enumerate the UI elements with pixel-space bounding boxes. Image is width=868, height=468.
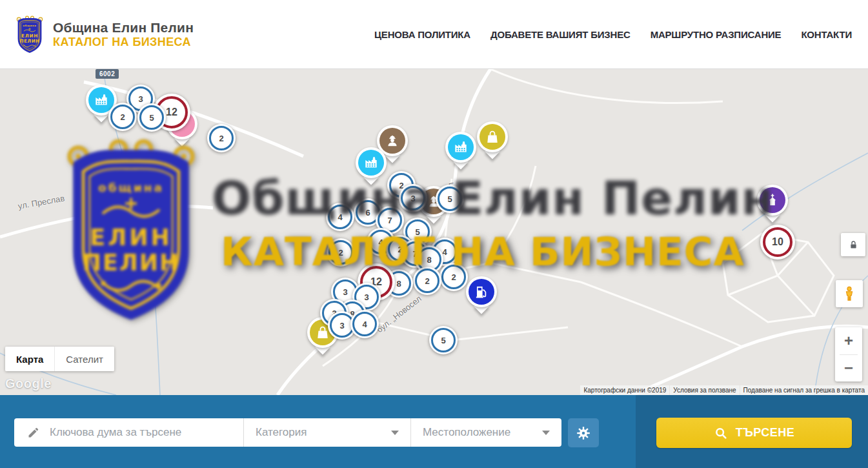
svg-text:община: община [23, 24, 37, 27]
cluster-marker[interactable]: 5 [137, 103, 166, 132]
cluster-marker[interactable]: 2 [108, 103, 137, 131]
cluster-marker[interactable]: 2 [207, 124, 236, 152]
page: 6002 ул. Преславбул. „Новоселции 3122522… [0, 0, 868, 468]
zoom-out-button[interactable]: − [835, 355, 862, 382]
logo[interactable]: община ЕЛИН ПЕЛИН Община Елин Пелин КАТА… [14, 15, 194, 54]
lock-icon [848, 239, 859, 250]
map-type-satellite-button[interactable]: Сателит [54, 347, 114, 371]
search-fields: Категория Местоположение [14, 418, 561, 447]
search-bar: Категория Местоположение ТЪРСЕНЕ [0, 395, 868, 468]
search-submit-button[interactable]: ТЪРСЕНЕ [656, 418, 852, 448]
cluster-marker[interactable]: 2 [439, 263, 468, 291]
keyword-section [14, 418, 243, 447]
factory-icon [358, 150, 384, 176]
cluster-marker[interactable]: 5 [436, 185, 464, 213]
map-type-map-button[interactable]: Карта [5, 347, 54, 371]
gear-icon [576, 425, 591, 441]
street-view-pegman[interactable] [836, 280, 863, 307]
cluster-marker[interactable]: 2 [413, 267, 441, 295]
church-pin[interactable] [757, 185, 788, 225]
google-logo[interactable]: Google [5, 376, 52, 391]
map-markers: 312252235647542274822812338334510 [0, 69, 868, 395]
pencil-icon [27, 426, 40, 439]
map-canvas[interactable]: 6002 ул. Преславбул. „Новоселции 3122522… [0, 69, 868, 395]
logo-shield: община ЕЛИН ПЕЛИН [14, 15, 45, 54]
zoom-in-button[interactable]: + [835, 327, 862, 354]
cluster-marker[interactable]: 4 [350, 310, 379, 338]
factory-pin[interactable] [445, 132, 476, 172]
main-nav: ЦЕНОВА ПОЛИТИКАДОБАВЕТЕ ВАШИЯТ БИЗНЕСМАР… [374, 0, 852, 68]
cluster-marker[interactable]: 5 [429, 326, 458, 354]
cluster-marker[interactable]: 3 [399, 184, 427, 212]
lock-control[interactable] [841, 233, 865, 256]
fuel-pin[interactable] [466, 276, 497, 316]
factory-pin[interactable] [356, 147, 387, 187]
nav-add-business[interactable]: ДОБАВЕТЕ ВАШИЯТ БИЗНЕС [490, 29, 631, 40]
nav-route-schedule[interactable]: МАРШРУТНО РАЗПИСАНИЕ [651, 29, 782, 40]
nav-pricing-policy[interactable]: ЦЕНОВА ПОЛИТИКА [374, 29, 470, 40]
church-icon [760, 187, 785, 213]
zoom-control: + − [835, 327, 862, 382]
attribution-report-link[interactable]: Подаване на сигнал за грешка в картата [740, 385, 868, 395]
location-select[interactable]: Местоположение [410, 418, 561, 447]
pegman-icon [841, 285, 858, 302]
map-attribution: Картографски данни ©2019 Условия за полз… [580, 385, 868, 395]
search-button-label: ТЪРСЕНЕ [736, 426, 795, 440]
nav-contacts[interactable]: КОНТАКТИ [801, 29, 852, 40]
logo-title: Община Елин Пелин [53, 20, 194, 36]
factory-icon [448, 134, 474, 160]
logo-subtitle: КАТАЛОГ НА БИЗНЕСА [53, 36, 194, 50]
attribution-terms-link[interactable]: Условия за ползване [670, 385, 739, 395]
header: община ЕЛИН ПЕЛИН Община Елин Пелин КАТА… [0, 0, 868, 69]
chevron-down-icon [542, 431, 550, 435]
advanced-settings-button[interactable] [568, 418, 599, 447]
category-select[interactable]: Категория [243, 418, 410, 447]
cluster-marker[interactable]: 10 [760, 225, 795, 259]
shopping-bag-pin[interactable] [477, 121, 508, 161]
cluster-marker[interactable]: 4 [326, 203, 354, 231]
search-icon [714, 426, 728, 440]
map-type-control: Карта Сателит [5, 347, 114, 371]
shopping-bag-icon [479, 124, 505, 150]
attribution-data: Картографски данни ©2019 [580, 385, 669, 395]
cluster-marker[interactable]: 2 [327, 238, 355, 267]
keyword-search-input[interactable] [48, 425, 243, 440]
category-value: Категория [256, 426, 307, 439]
fuel-icon [469, 279, 494, 305]
chevron-down-icon [391, 431, 399, 435]
location-value: Местоположение [423, 426, 510, 439]
svg-text:ПЕЛИН: ПЕЛИН [20, 38, 40, 44]
